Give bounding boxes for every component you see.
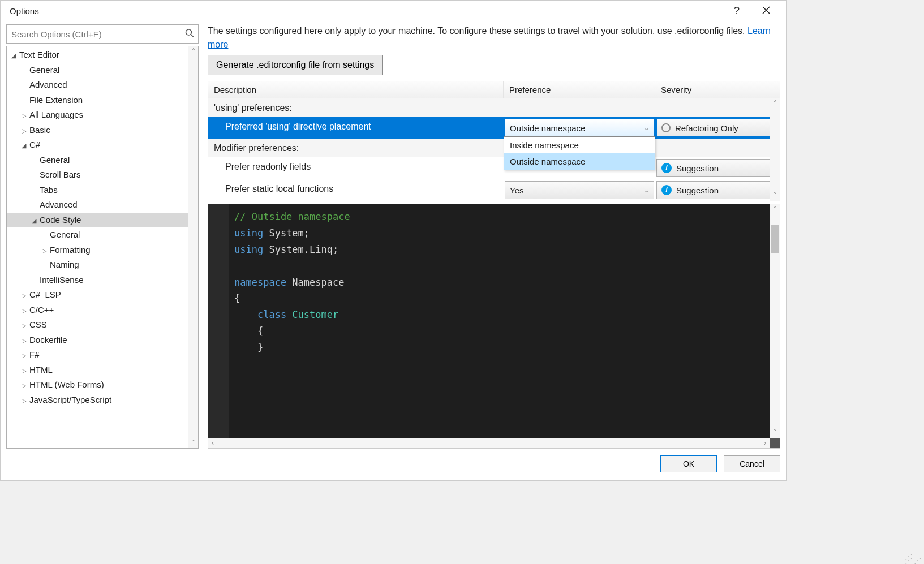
desc-readonly: Prefer readonly fields xyxy=(208,157,504,179)
chevron-down-icon: ⌄ xyxy=(644,187,649,194)
cancel-button[interactable]: Cancel xyxy=(724,455,780,472)
dropdown-option-outside-namespace[interactable]: Outside namespace xyxy=(504,153,655,170)
tree-item-label: Text Editor xyxy=(19,50,59,59)
tree-item-javascript-typescript[interactable]: ▷JavaScript/TypeScript xyxy=(7,393,198,408)
header-description[interactable]: Description xyxy=(208,81,504,98)
window-title: Options xyxy=(5,6,39,16)
tree-caret-icon: ▷ xyxy=(22,366,28,376)
tree-item-general[interactable]: General xyxy=(7,63,198,78)
tree-caret-icon: ▷ xyxy=(42,246,49,256)
tree-item-label: C#_LSP xyxy=(29,290,61,299)
tree-caret-icon: ▷ xyxy=(22,126,28,136)
code-gutter xyxy=(208,204,229,438)
tree-item-label: HTML xyxy=(29,365,53,374)
tree-caret-icon: ▷ xyxy=(22,381,28,390)
tree-item-label: Advanced xyxy=(40,200,78,209)
preference-dropdown-static-local[interactable]: Yes ⌄ xyxy=(505,181,654,199)
tree-item-basic[interactable]: ▷Basic xyxy=(7,123,198,138)
tree-item-label: HTML (Web Forms) xyxy=(29,380,104,389)
severity-dropdown-static-local[interactable]: i Suggestion ⌄ xyxy=(656,181,779,199)
tree-item-label: CSS xyxy=(29,320,47,329)
scroll-up-icon[interactable]: ˄ xyxy=(192,46,195,57)
tree-item-label: Naming xyxy=(50,260,79,269)
row-using-directive-placement[interactable]: Preferred 'using' directive placement Ou… xyxy=(208,117,780,139)
row-prefer-static-local[interactable]: Prefer static local functions Yes ⌄ i Su… xyxy=(208,179,780,201)
code-style-grid: Description Preference Severity 'using' … xyxy=(208,81,780,201)
tree-caret-icon: ▷ xyxy=(22,306,28,316)
close-icon xyxy=(762,6,770,14)
suggestion-icon: i xyxy=(661,185,672,195)
tree-item-dockerfile[interactable]: ▷Dockerfile xyxy=(7,333,198,348)
row-prefer-readonly[interactable]: Prefer readonly fields i Suggestion ⌄ xyxy=(208,157,780,179)
header-severity[interactable]: Severity xyxy=(655,81,780,98)
scroll-left-icon[interactable]: ‹ xyxy=(208,439,217,447)
severity-dropdown-using[interactable]: Refactoring Only ⌄ xyxy=(656,119,779,137)
tree-item-html[interactable]: ▷HTML xyxy=(7,363,198,378)
scroll-down-icon[interactable]: ˅ xyxy=(192,438,195,448)
desc-static-local: Prefer static local functions xyxy=(208,179,504,201)
grid-scrollbar[interactable]: ˄ ˅ xyxy=(770,98,780,201)
tree-caret-icon: ▷ xyxy=(22,336,28,346)
tree-item-f-[interactable]: ▷F# xyxy=(7,347,198,363)
suggestion-icon: i xyxy=(661,163,672,173)
tree-caret-icon: ▷ xyxy=(22,291,28,300)
tree-caret-icon: ▷ xyxy=(22,111,28,120)
tree-item-general[interactable]: General xyxy=(7,153,198,168)
tree-item-scroll-bars[interactable]: Scroll Bars xyxy=(7,167,198,183)
tree-item-label: F# xyxy=(29,350,40,359)
scroll-right-icon[interactable]: › xyxy=(760,439,770,447)
tree-item-all-languages[interactable]: ▷All Languages xyxy=(7,107,198,123)
scroll-down-icon[interactable]: ˅ xyxy=(773,428,777,438)
tree-item-code-style[interactable]: ◢Code Style xyxy=(7,213,198,228)
code-scrollbar-horizontal[interactable]: ‹ › xyxy=(208,438,780,448)
group-using-preferences: 'using' preferences: xyxy=(208,98,780,117)
tree-item-label: Formatting xyxy=(50,245,91,255)
scroll-up-icon[interactable]: ˄ xyxy=(773,204,777,214)
tree-scrollbar[interactable]: ˄ ˅ xyxy=(188,46,198,448)
tree-caret-icon: ◢ xyxy=(11,51,18,61)
tree-item-naming[interactable]: Naming xyxy=(7,257,198,273)
scroll-down-icon[interactable]: ˅ xyxy=(773,191,777,201)
tree-caret-icon: ▷ xyxy=(22,351,28,360)
search-input[interactable] xyxy=(6,24,199,44)
tree-item-css[interactable]: ▷CSS xyxy=(7,317,198,333)
code-scrollbar-vertical[interactable]: ˄ ˅ xyxy=(770,204,780,438)
options-tree[interactable]: ◢Text EditorGeneralAdvancedFile Extensio… xyxy=(6,46,199,449)
info-text: The settings configured here only apply … xyxy=(208,24,780,51)
tree-item-c-c-[interactable]: ▷C/C++ xyxy=(7,303,198,318)
tree-item-intellisense[interactable]: IntelliSense xyxy=(7,273,198,288)
dropdown-option-inside-namespace[interactable]: Inside namespace xyxy=(504,137,655,153)
severity-dropdown-readonly[interactable]: i Suggestion ⌄ xyxy=(656,159,779,177)
tree-item-label: General xyxy=(29,65,59,75)
tree-item-label: Scroll Bars xyxy=(40,170,81,179)
tree-item-advanced[interactable]: Advanced xyxy=(7,197,198,213)
scroll-up-icon[interactable]: ˄ xyxy=(773,98,777,109)
group-modifier-preferences: Modifier preferences: xyxy=(208,139,780,157)
tree-item-text-editor[interactable]: ◢Text Editor xyxy=(7,48,198,63)
close-button[interactable] xyxy=(755,3,777,19)
tree-item-label: JavaScript/TypeScript xyxy=(29,395,111,404)
scrollbar-thumb[interactable] xyxy=(771,225,779,253)
code-text: // Outside namespace using System; using… xyxy=(229,204,770,438)
tree-item-general[interactable]: General xyxy=(7,227,198,243)
preference-dropdown-popup[interactable]: Inside namespace Outside namespace xyxy=(504,136,655,170)
tree-item-advanced[interactable]: Advanced xyxy=(7,78,198,93)
tree-item-file-extension[interactable]: File Extension xyxy=(7,93,198,108)
tree-item-formatting[interactable]: ▷Formatting xyxy=(7,243,198,258)
tree-item-html-web-forms-[interactable]: ▷HTML (Web Forms) xyxy=(7,377,198,393)
help-button[interactable]: ? xyxy=(734,5,740,17)
tree-item-tabs[interactable]: Tabs xyxy=(7,183,198,198)
titlebar: Options ? xyxy=(1,1,786,21)
preference-dropdown-using[interactable]: Outside namespace ⌄ xyxy=(505,119,654,137)
tree-item-label: IntelliSense xyxy=(40,275,84,285)
header-preference[interactable]: Preference xyxy=(504,81,655,98)
tree-item-c-lsp[interactable]: ▷C#_LSP xyxy=(7,287,198,303)
tree-item-label: Dockerfile xyxy=(29,335,67,345)
generate-editorconfig-button[interactable]: Generate .editorconfig file from setting… xyxy=(208,55,383,75)
ok-button[interactable]: OK xyxy=(660,455,717,472)
tree-item-label: Basic xyxy=(29,125,50,135)
search-icon[interactable] xyxy=(185,29,194,40)
tree-item-label: All Languages xyxy=(29,110,83,119)
chevron-down-icon: ⌄ xyxy=(644,124,649,132)
tree-item-c-[interactable]: ◢C# xyxy=(7,137,198,153)
